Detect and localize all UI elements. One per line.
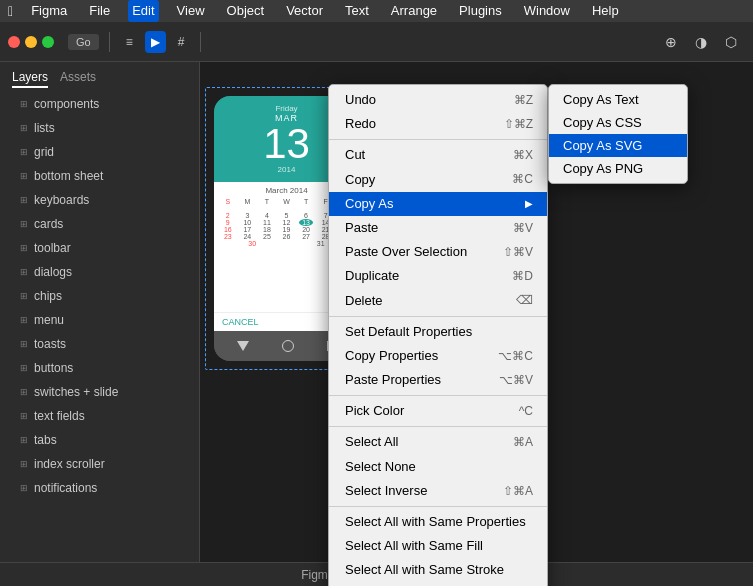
nav-back-icon — [237, 341, 249, 351]
sidebar-item-keyboards[interactable]: ⊞ keyboards — [0, 188, 199, 212]
layer-grid-icon: ⊞ — [20, 267, 28, 277]
menu-paste[interactable]: Paste ⌘V — [329, 216, 547, 240]
menu-pick-color[interactable]: Pick Color ^C — [329, 399, 547, 423]
component-icon[interactable]: ⬡ — [717, 28, 745, 56]
menubar-vector[interactable]: Vector — [282, 0, 327, 22]
submenu-copy-as-text[interactable]: Copy As Text — [549, 88, 687, 111]
layer-grid-icon: ⊞ — [20, 99, 28, 109]
share-icon[interactable]: ⊕ — [657, 28, 685, 56]
menu-delete[interactable]: Delete ⌫ — [329, 289, 547, 313]
sidebar-item-chips[interactable]: ⊞ chips — [0, 284, 199, 308]
menu-redo[interactable]: Redo ⇧⌘Z — [329, 112, 547, 136]
layer-grid-icon: ⊞ — [20, 435, 28, 445]
tab-layers[interactable]: Layers — [12, 70, 48, 88]
menubar-window[interactable]: Window — [520, 0, 574, 22]
menubar-figma[interactable]: Figma — [27, 0, 71, 22]
sidebar-item-toolbar[interactable]: ⊞ toolbar — [0, 236, 199, 260]
layer-grid-icon: ⊞ — [20, 387, 28, 397]
apple-icon[interactable]:  — [8, 3, 13, 19]
menubar-plugins[interactable]: Plugins — [455, 0, 506, 22]
nav-home-icon — [282, 340, 294, 352]
menubar-file[interactable]: File — [85, 0, 114, 22]
sidebar-item-label: text fields — [34, 409, 85, 423]
sidebar-item-indexscroller[interactable]: ⊞ index scroller — [0, 452, 199, 476]
traffic-lights — [8, 36, 54, 48]
menubar-view[interactable]: View — [173, 0, 209, 22]
sidebar-item-switches[interactable]: ⊞ switches + slide — [0, 380, 199, 404]
separator-1 — [329, 139, 547, 140]
submenu-copy-as-png[interactable]: Copy As PNG — [549, 157, 687, 180]
sidebar-item-grid[interactable]: ⊞ grid — [0, 140, 199, 164]
submenu-copy-as-svg[interactable]: Copy As SVG — [549, 134, 687, 157]
layer-grid-icon: ⊞ — [20, 291, 28, 301]
menubar-text[interactable]: Text — [341, 0, 373, 22]
layer-grid-icon: ⊞ — [20, 123, 28, 133]
separator-2 — [329, 316, 547, 317]
menu-duplicate[interactable]: Duplicate ⌘D — [329, 264, 547, 288]
sidebar-item-textfields[interactable]: ⊞ text fields — [0, 404, 199, 428]
sidebar-item-cards[interactable]: ⊞ cards — [0, 212, 199, 236]
sidebar-item-label: dialogs — [34, 265, 72, 279]
frame-tool[interactable]: # — [172, 31, 191, 53]
toolbar-right-icons: ⊕ ◑ ⬡ — [657, 28, 745, 56]
go-button[interactable]: Go — [68, 34, 99, 50]
menu-set-default[interactable]: Set Default Properties — [329, 320, 547, 344]
menubar-help[interactable]: Help — [588, 0, 623, 22]
menubar-arrange[interactable]: Arrange — [387, 0, 441, 22]
sidebar-item-toasts[interactable]: ⊞ toasts — [0, 332, 199, 356]
sidebar-item-lists[interactable]: ⊞ lists — [0, 116, 199, 140]
tab-assets[interactable]: Assets — [60, 70, 96, 88]
menu-select-none[interactable]: Select None — [329, 455, 547, 479]
menu-copy-props[interactable]: Copy Properties ⌥⌘C — [329, 344, 547, 368]
sidebar-item-dialogs[interactable]: ⊞ dialogs — [0, 260, 199, 284]
menu-select-same-fill[interactable]: Select All with Same Fill — [329, 534, 547, 558]
contrast-icon[interactable]: ◑ — [687, 28, 715, 56]
sidebar-item-components[interactable]: ⊞ components — [0, 92, 199, 116]
menu-paste-over[interactable]: Paste Over Selection ⇧⌘V — [329, 240, 547, 264]
sidebar-item-label: keyboards — [34, 193, 89, 207]
menu-select-inverse[interactable]: Select Inverse ⇧⌘A — [329, 479, 547, 503]
fullscreen-button[interactable] — [42, 36, 54, 48]
close-button[interactable] — [8, 36, 20, 48]
sidebar-item-label: lists — [34, 121, 55, 135]
menu-select-all[interactable]: Select All ⌘A — [329, 430, 547, 454]
menu-undo[interactable]: Undo ⌘Z — [329, 88, 547, 112]
sidebar-item-bottomsheet[interactable]: ⊞ bottom sheet — [0, 164, 199, 188]
sidebar-item-label: switches + slide — [34, 385, 118, 399]
canvas[interactable]: Friday MAR 13 2014 March 2014 S M T W — [200, 62, 753, 586]
edit-menu: Undo ⌘Z Redo ⇧⌘Z Cut ⌘X Copy ⌘C Copy As … — [328, 84, 548, 586]
copy-as-submenu: Copy As Text Copy As CSS Copy As SVG Cop… — [548, 84, 688, 184]
sidebar-item-label: toasts — [34, 337, 66, 351]
menu-paste-props[interactable]: Paste Properties ⌥⌘V — [329, 368, 547, 392]
menubar-edit[interactable]: Edit — [128, 0, 158, 22]
menu-copy-as[interactable]: Copy As ▶ — [329, 192, 547, 216]
sidebar-item-tabs[interactable]: ⊞ tabs — [0, 428, 199, 452]
menu-select-same-props[interactable]: Select All with Same Properties — [329, 510, 547, 534]
sidebar-item-label: components — [34, 97, 99, 111]
submenu-copy-as-css[interactable]: Copy As CSS — [549, 111, 687, 134]
menu-icon[interactable]: ≡ — [120, 31, 139, 53]
calendar-cancel[interactable]: CANCEL — [222, 317, 259, 327]
menu-select-same-stroke[interactable]: Select All with Same Stroke — [329, 558, 547, 582]
sidebar-item-notifications[interactable]: ⊞ notifications — [0, 476, 199, 500]
layer-grid-icon: ⊞ — [20, 339, 28, 349]
move-tool[interactable]: ▶ — [145, 31, 166, 53]
sidebar-item-menu[interactable]: ⊞ menu — [0, 308, 199, 332]
separator-5 — [329, 506, 547, 507]
menu-copy[interactable]: Copy ⌘C — [329, 168, 547, 192]
sidebar-item-label: notifications — [34, 481, 97, 495]
menubar:  Figma File Edit View Object Vector Tex… — [0, 0, 753, 22]
sidebar-item-label: buttons — [34, 361, 73, 375]
menu-cut[interactable]: Cut ⌘X — [329, 143, 547, 167]
menu-select-same-effect[interactable]: Select All with Same Effect — [329, 583, 547, 586]
separator-3 — [329, 395, 547, 396]
minimize-button[interactable] — [25, 36, 37, 48]
menubar-object[interactable]: Object — [223, 0, 269, 22]
separator — [109, 32, 110, 52]
layer-grid-icon: ⊞ — [20, 363, 28, 373]
sidebar-item-buttons[interactable]: ⊞ buttons — [0, 356, 199, 380]
toolbar: Go ≡ ▶ # ⊕ ◑ ⬡ — [0, 22, 753, 62]
layer-grid-icon: ⊞ — [20, 315, 28, 325]
sidebar-item-label: toolbar — [34, 241, 71, 255]
separator2 — [200, 32, 201, 52]
